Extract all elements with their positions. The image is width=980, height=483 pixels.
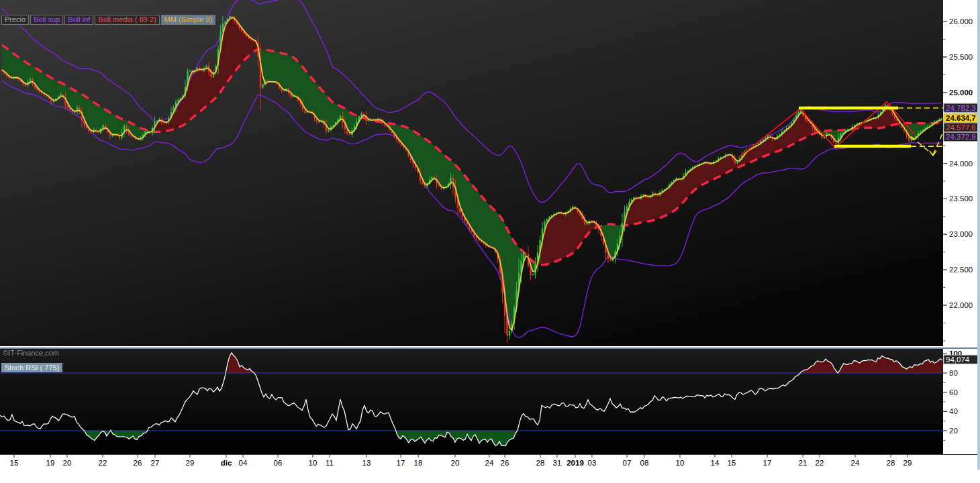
main-plot-area[interactable] [0,0,943,346]
svg-text:23.000: 23.000 [949,230,973,238]
svg-text:80: 80 [949,369,958,377]
svg-text:19: 19 [46,459,55,467]
svg-text:24.782,3: 24.782,3 [946,104,976,112]
indicator-legend: PrecioBoll supBoll infBoll media ( 89 2)… [1,15,215,25]
svg-text:03: 03 [588,459,597,467]
legend-item-boll-sup[interactable]: Boll sup [30,15,63,25]
svg-text:07: 07 [623,459,632,467]
stoch-rsi-label[interactable]: Stoch RSI ( 775) [1,363,62,372]
svg-text:14: 14 [711,459,720,467]
window-edge [977,0,980,470]
svg-text:24.000: 24.000 [949,160,973,168]
svg-text:25.500: 25.500 [949,53,973,61]
svg-text:20: 20 [949,427,958,435]
legend-item-precio[interactable]: Precio [1,15,29,25]
svg-text:27: 27 [151,459,160,467]
svg-text:08: 08 [640,459,649,467]
svg-text:11: 11 [326,459,334,467]
svg-text:23.500: 23.500 [949,195,973,203]
svg-text:04: 04 [239,459,248,467]
svg-text:13: 13 [362,459,371,467]
svg-text:22: 22 [99,459,107,467]
svg-text:60: 60 [949,388,958,396]
svg-text:18: 18 [414,459,423,467]
svg-text:24: 24 [485,459,494,467]
svg-text:20: 20 [63,459,72,467]
svg-text:26.000: 26.000 [949,17,973,25]
svg-text:94,074: 94,074 [946,356,970,364]
svg-text:06: 06 [274,459,283,467]
svg-text:24.372,9: 24.372,9 [946,133,976,141]
svg-text:17: 17 [397,459,405,467]
svg-text:26: 26 [134,459,142,467]
svg-text:20: 20 [451,459,460,467]
legend-item-mm-simple-9[interactable]: MM (Simple 9) [161,15,216,25]
chart-canvas[interactable]: 26.00025.50025.00024.00023.50023.00022.5… [0,0,980,470]
svg-text:26: 26 [501,459,509,467]
svg-text:21: 21 [799,459,807,467]
app-window: Wall Street Cash (1€) 1 hora 24.634,7 (+… [0,0,980,483]
svg-text:28: 28 [536,459,545,467]
svg-text:2019: 2019 [567,459,584,467]
svg-text:15: 15 [728,459,736,467]
legend-item-boll-media-89-2[interactable]: Boll media ( 89 2) [95,15,159,25]
svg-text:dic: dic [221,459,232,467]
svg-text:10: 10 [676,459,685,467]
svg-text:22: 22 [816,459,824,467]
svg-text:15: 15 [10,459,19,467]
svg-text:17: 17 [763,459,772,467]
svg-text:24: 24 [851,459,860,467]
svg-text:29: 29 [903,459,912,467]
svg-text:24.634,7: 24.634,7 [946,114,976,122]
svg-text:29: 29 [186,459,195,467]
svg-text:25.000: 25.000 [949,89,973,97]
svg-text:31: 31 [553,459,562,467]
legend-item-boll-inf[interactable]: Boll inf [64,15,93,25]
svg-text:40: 40 [949,407,958,415]
svg-text:24.577,6: 24.577,6 [946,123,976,131]
svg-text:22.000: 22.000 [949,301,973,309]
svg-text:22.500: 22.500 [949,266,973,274]
watermark: ©IT-Finance.com [3,349,59,357]
svg-text:10: 10 [309,459,317,467]
svg-text:28: 28 [887,459,895,467]
